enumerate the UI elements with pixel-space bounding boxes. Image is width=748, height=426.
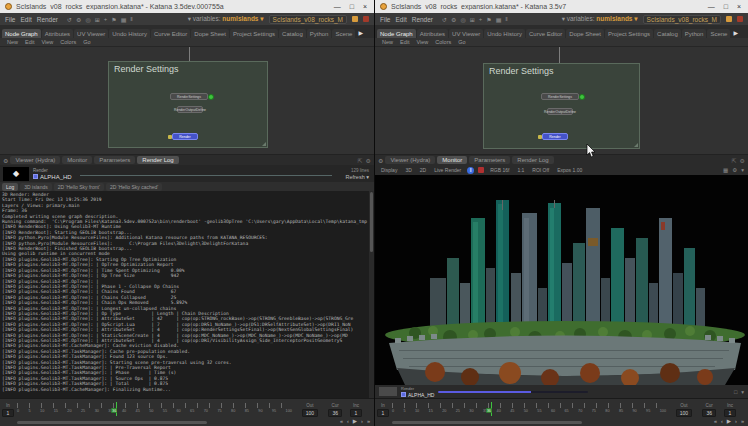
panel-corner-icons[interactable]: ⇱⚙ <box>732 157 745 164</box>
backdrop-resize-handle[interactable] <box>634 143 638 147</box>
expand-icon[interactable]: ⇱ <box>732 157 737 164</box>
log-tab-2d-front[interactable]: 2D 'Hello Sky front' <box>54 183 104 191</box>
node-name-dropdown[interactable]: ScIslands_v08_rocks_M <box>643 15 721 24</box>
panel-corner-icons[interactable]: ⇱⚙ <box>358 157 371 164</box>
roi-toggle[interactable]: ROI Off <box>530 167 551 173</box>
pane-menu-item[interactable]: Edit <box>400 39 409 45</box>
panel-tab-monitor[interactable]: Monitor <box>437 156 467 164</box>
tab-scene[interactable]: Scene <box>332 29 355 38</box>
tab-scene[interactable]: Scene <box>707 29 730 38</box>
titlebar-right[interactable]: ScIslands_v08_rocks_expansion.katana* - … <box>375 0 748 13</box>
minimize-button[interactable]: — <box>708 3 715 10</box>
maximize-button[interactable]: □ <box>350 3 354 10</box>
panel-tab-render-log[interactable]: Render Log <box>137 156 178 164</box>
monitor-icon[interactable]: ⚙ <box>732 167 737 173</box>
transport-button[interactable]: › <box>361 418 363 424</box>
tab-attributes[interactable]: Attributes <box>417 29 448 38</box>
refresh-dropdown[interactable]: Refresh ▾ <box>345 174 369 180</box>
tab-attributes[interactable]: Attributes <box>42 29 73 38</box>
render-pass[interactable]: ALPHA_HD <box>33 174 72 180</box>
transport-button[interactable]: « <box>340 418 343 424</box>
variables-dropdown[interactable]: ▾ variables: numIslands ▾ <box>188 15 264 23</box>
exposure-readout[interactable]: Expos 1.00 <box>555 167 584 173</box>
progress-icon[interactable]: ▾ <box>741 389 744 395</box>
tab-uv-viewer[interactable]: UV Viewer <box>74 29 108 38</box>
node-name-dropdown[interactable]: ScIslands_v08_rocks_M <box>269 15 347 24</box>
render-pass[interactable]: ALPHA_HD <box>401 392 434 398</box>
toolbar-icon[interactable]: ⊞ <box>95 16 100 23</box>
transport-button[interactable]: ▶ <box>353 418 357 424</box>
render-thumbnail[interactable] <box>379 387 397 396</box>
timeline-scrollbar[interactable] <box>17 421 207 424</box>
maximize-button[interactable]: □ <box>724 3 728 10</box>
menu-edit[interactable]: Edit <box>20 16 31 23</box>
node-render[interactable]: Render <box>172 133 198 140</box>
panel-tab-viewer[interactable]: Viewer (Hydra) <box>10 156 60 164</box>
timeline-in-field[interactable]: In 1 <box>2 403 14 417</box>
mode-3d-button[interactable]: 3D <box>403 167 413 173</box>
timeline-out-field[interactable]: Out 100 <box>676 403 692 417</box>
toolbar-icon[interactable]: ◎ <box>460 16 465 23</box>
pane-menu-item[interactable]: New <box>382 39 393 45</box>
pane-menu-item[interactable]: View <box>42 39 54 45</box>
gear-icon[interactable]: ⚙ <box>366 157 371 164</box>
tab-uv-viewer[interactable]: UV Viewer <box>449 29 483 38</box>
variables-dropdown[interactable]: ▾ variables: numIslands ▾ <box>562 15 638 23</box>
tab-undo-history[interactable]: Undo History <box>484 29 525 38</box>
display-dropdown[interactable]: Display <box>379 167 399 173</box>
tab-python[interactable]: Python <box>682 29 707 38</box>
tab-undo-history[interactable]: Undo History <box>109 29 150 38</box>
render-indicator-icon[interactable] <box>352 16 358 22</box>
pane-menu-item[interactable]: Go <box>458 39 465 45</box>
menu-edit[interactable]: Edit <box>395 16 406 23</box>
gear-icon[interactable]: ⚙ <box>740 157 745 164</box>
progress-icon[interactable]: □ <box>734 389 737 395</box>
transport-button[interactable]: ‹ <box>347 418 349 424</box>
toolbar-icon[interactable]: ‖ <box>505 16 507 23</box>
gear-icon[interactable]: ⚙ <box>3 157 8 164</box>
timeline-ruler[interactable]: 0510152025303540455055606570758085909510… <box>17 402 292 417</box>
panel-tab-render-log[interactable]: Render Log <box>512 156 553 164</box>
tab-catalog[interactable]: Catalog <box>654 29 681 38</box>
tab-project-settings[interactable]: Project Settings <box>230 29 278 38</box>
tab-node-graph[interactable]: Node Graph <box>377 29 416 38</box>
timeline-current-field[interactable]: Cur 36 <box>702 403 716 417</box>
toolbar-icon[interactable]: ▦ <box>496 16 502 23</box>
node-render-output-define[interactable]: RenderOutputDefine <box>547 108 573 115</box>
titlebar-left[interactable]: ScIslands_v08_rocks_expansion.katana* - … <box>0 0 374 13</box>
menu-file[interactable]: File <box>5 16 15 23</box>
transport-button[interactable]: » <box>741 418 744 424</box>
log-tab-log[interactable]: Log <box>2 183 18 191</box>
log-tab-2d-cached[interactable]: 2D 'Hello Sky cached' <box>106 183 162 191</box>
log-scrollbar-thumb[interactable] <box>370 192 373 252</box>
transport-button[interactable]: ‹ <box>721 418 723 424</box>
render-thumbnail[interactable]: ◆ <box>3 167 29 181</box>
toolbar-icon[interactable]: ▦ <box>121 16 127 23</box>
pane-menu-item[interactable]: Go <box>83 39 90 45</box>
toolbar-icon[interactable]: ‖ <box>130 16 132 23</box>
transport-button[interactable]: » <box>367 418 370 424</box>
timeline-scrollbar[interactable] <box>392 421 582 424</box>
tab-project-settings[interactable]: Project Settings <box>605 29 653 38</box>
menu-render[interactable]: Render <box>37 16 58 23</box>
node-graph-pane[interactable]: Render Settings RenderSettings RenderOut… <box>0 47 374 154</box>
stop-indicator-icon[interactable] <box>363 16 369 22</box>
stop-button[interactable] <box>478 167 484 173</box>
tab-curve-editor[interactable]: Curve Editor <box>526 29 565 38</box>
toolbar-icon[interactable]: ↺ <box>67 16 72 23</box>
gear-icon[interactable]: ⚙ <box>378 157 383 164</box>
panel-tab-monitor[interactable]: Monitor <box>62 156 92 164</box>
live-render-button[interactable]: Live Render <box>432 167 463 173</box>
stop-indicator-icon[interactable] <box>737 16 743 22</box>
transport-button[interactable]: › <box>735 418 737 424</box>
pane-menu-item[interactable]: Colors <box>60 39 76 45</box>
tab-overflow-icon[interactable]: ▶ <box>731 29 740 38</box>
log-tab-3d-islands[interactable]: 3D islands <box>20 183 51 191</box>
panel-tab-parameters[interactable]: Parameters <box>94 156 135 164</box>
tab-python[interactable]: Python <box>307 29 332 38</box>
render-log-output[interactable]: 3D Render: RenderStart Time: Fri Dec 13 … <box>0 191 369 398</box>
pane-menu-item[interactable]: New <box>7 39 18 45</box>
render-indicator-icon[interactable] <box>726 16 732 22</box>
toolbar-icon[interactable]: + <box>479 16 483 23</box>
close-button[interactable]: × <box>737 3 741 10</box>
